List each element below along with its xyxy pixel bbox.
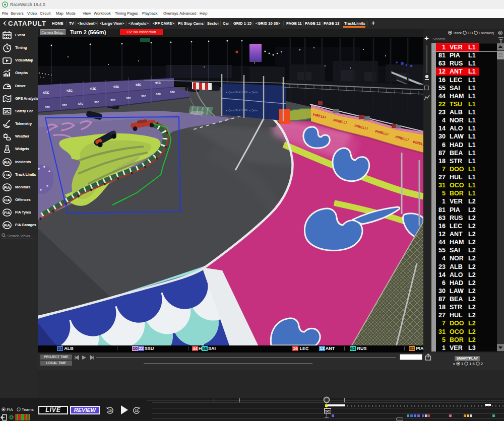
svg-text:FiA: FiA [4, 185, 11, 190]
svg-text:10: 10 [135, 409, 139, 412]
svg-text:stc: stc [62, 103, 67, 107]
svg-text:stc: stc [126, 96, 131, 100]
svg-text:stc: stc [155, 80, 161, 85]
svg-text:FiA: FiA [4, 173, 11, 177]
svg-text:SC: SC [4, 109, 10, 114]
svg-text:▲ Qatar PLAY LIFE ▲ Qatar: ▲ Qatar PLAY LIFE ▲ Qatar [225, 91, 258, 94]
svg-text:FiA: FiA [4, 198, 11, 202]
svg-text:stc: stc [94, 100, 99, 104]
svg-text:▲ Qatar PLAY LIFE ▲ Qatar: ▲ Qatar PLAY LIFE ▲ Qatar [225, 109, 258, 112]
svg-text:stc: stc [170, 90, 175, 94]
svg-text:stc: stc [42, 90, 49, 95]
svg-text:stc: stc [78, 102, 83, 105]
svg-text:stc: stc [141, 94, 146, 98]
svg-text:stc: stc [156, 92, 161, 96]
svg-text:stc: stc [113, 84, 120, 89]
svg-text:stc: stc [66, 88, 73, 93]
svg-text:stc: stc [136, 82, 142, 87]
svg-text:10: 10 [108, 409, 112, 412]
svg-text:stc: stc [90, 86, 96, 91]
svg-text:stc: stc [45, 105, 50, 109]
svg-text:FiA: FiA [4, 160, 11, 165]
svg-text:stc: stc [110, 98, 115, 102]
svg-text:FiA: FiA [4, 223, 11, 228]
svg-text:FiA: FiA [4, 210, 11, 215]
